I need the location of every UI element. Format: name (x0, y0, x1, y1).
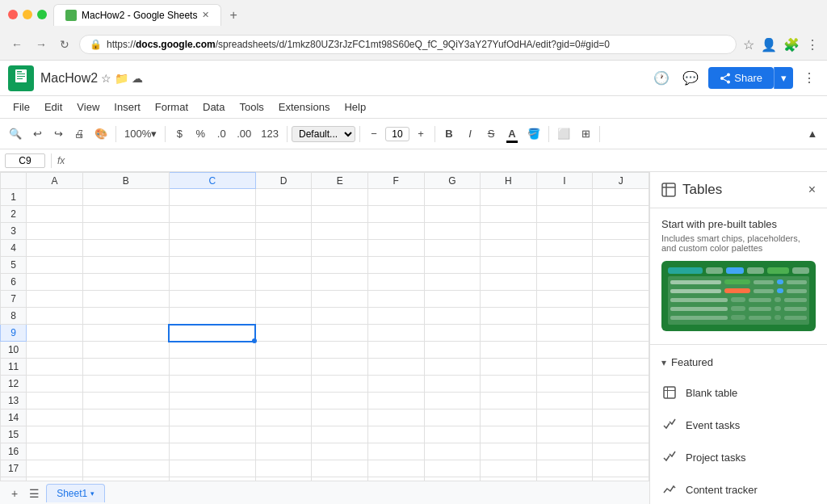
cell-a5[interactable] (27, 257, 83, 274)
cell-g16[interactable] (424, 443, 481, 460)
bold-btn[interactable]: B (439, 124, 459, 145)
row-header-4[interactable]: 4 (1, 240, 27, 257)
cell-d14[interactable] (255, 410, 312, 426)
row-header-7[interactable]: 7 (1, 291, 27, 308)
forward-button[interactable]: → (32, 36, 50, 52)
cell-j7[interactable] (593, 291, 649, 308)
redo-btn[interactable]: ↪ (48, 124, 68, 145)
sheet-tab-sheet1[interactable]: Sheet1 ▾ (46, 484, 105, 502)
cell-g15[interactable] (424, 426, 481, 443)
cell-b12[interactable] (82, 376, 169, 393)
row-header-8[interactable]: 8 (1, 308, 27, 325)
cell-a3[interactable] (27, 223, 83, 240)
cell-a2[interactable] (27, 206, 83, 223)
menu-tools[interactable]: Tools (233, 99, 270, 115)
featured-toggle-btn[interactable]: ▾ Featured (650, 348, 827, 376)
cell-d8[interactable] (255, 308, 312, 325)
share-button[interactable]: Share (708, 67, 774, 89)
sheet-menu-btn[interactable]: ☰ (24, 485, 44, 502)
cell-f5[interactable] (367, 257, 424, 274)
cell-d5[interactable] (255, 257, 312, 274)
cell-c16[interactable] (169, 443, 255, 460)
search-toolbar-btn[interactable]: 🔍 (5, 124, 26, 145)
cell-c7[interactable] (169, 291, 255, 308)
cell-c5[interactable] (169, 257, 255, 274)
cell-c2[interactable] (169, 206, 255, 223)
decimal-increase-btn[interactable]: .00 (233, 124, 255, 145)
cell-h15[interactable] (481, 426, 537, 443)
cell-d16[interactable] (255, 443, 312, 460)
cell-d17[interactable] (255, 460, 312, 477)
cell-c4[interactable] (169, 240, 255, 257)
cell-f7[interactable] (367, 291, 424, 308)
fill-color-btn[interactable]: 🪣 (523, 124, 544, 145)
star-icon[interactable]: ☆ (101, 72, 111, 85)
cell-e8[interactable] (312, 308, 368, 325)
cloud-icon[interactable]: ☁ (132, 72, 143, 85)
cell-e11[interactable] (312, 359, 368, 376)
cell-a8[interactable] (27, 308, 83, 325)
cell-c1[interactable] (169, 189, 255, 206)
cell-f17[interactable] (367, 460, 424, 477)
cell-i3[interactable] (536, 223, 593, 240)
cell-g8[interactable] (424, 308, 481, 325)
cell-h9[interactable] (481, 325, 537, 342)
cell-a11[interactable] (27, 359, 83, 376)
cell-f11[interactable] (367, 359, 424, 376)
cell-b5[interactable] (82, 257, 169, 274)
cell-b14[interactable] (82, 410, 169, 426)
row-header-2[interactable]: 2 (1, 206, 27, 223)
cell-a16[interactable] (27, 443, 83, 460)
zoom-btn[interactable]: 100% ▾ (120, 124, 161, 145)
cell-d10[interactable] (255, 342, 312, 359)
cell-j6[interactable] (593, 274, 649, 291)
strikethrough-btn[interactable]: S (481, 124, 501, 145)
cell-c13[interactable] (169, 393, 255, 410)
currency-btn[interactable]: $ (170, 124, 189, 145)
cell-d12[interactable] (255, 376, 312, 393)
sheet-tab-dropdown-icon[interactable]: ▾ (90, 489, 94, 498)
profile-button[interactable]: 👤 (761, 37, 777, 52)
cell-h18[interactable] (481, 477, 537, 481)
cell-j2[interactable] (593, 206, 649, 223)
cell-c9[interactable] (169, 325, 255, 342)
merge-btn[interactable]: ⊞ (576, 124, 595, 145)
cell-b9[interactable] (82, 325, 169, 342)
cell-e15[interactable] (312, 426, 368, 443)
cell-h13[interactable] (481, 393, 537, 410)
col-header-b[interactable]: B (82, 173, 169, 189)
cell-h6[interactable] (481, 274, 537, 291)
cell-b4[interactable] (82, 240, 169, 257)
cell-f10[interactable] (367, 342, 424, 359)
cell-e6[interactable] (312, 274, 368, 291)
cell-g12[interactable] (424, 376, 481, 393)
cell-j14[interactable] (593, 410, 649, 426)
cell-f9[interactable] (367, 325, 424, 342)
menu-view[interactable]: View (70, 99, 106, 115)
cell-j5[interactable] (593, 257, 649, 274)
cell-h2[interactable] (481, 206, 537, 223)
row-header-3[interactable]: 3 (1, 223, 27, 240)
project-tasks-item[interactable]: Project tasks (650, 441, 827, 473)
row-header-14[interactable]: 14 (1, 410, 27, 426)
row-header-13[interactable]: 13 (1, 393, 27, 410)
cell-a15[interactable] (27, 426, 83, 443)
italic-btn[interactable]: I (460, 124, 480, 145)
menu-insert[interactable]: Insert (107, 99, 147, 115)
row-header-15[interactable]: 15 (1, 426, 27, 443)
font-size-input[interactable]: 10 (385, 127, 409, 141)
cell-g17[interactable] (424, 460, 481, 477)
cell-i11[interactable] (536, 359, 593, 376)
cell-a6[interactable] (27, 274, 83, 291)
cell-g7[interactable] (424, 291, 481, 308)
cell-b15[interactable] (82, 426, 169, 443)
cell-f8[interactable] (367, 308, 424, 325)
cell-j1[interactable] (593, 189, 649, 206)
cell-d3[interactable] (255, 223, 312, 240)
cell-i14[interactable] (536, 410, 593, 426)
row-header-10[interactable]: 10 (1, 342, 27, 359)
cell-j13[interactable] (593, 393, 649, 410)
menu-extensions[interactable]: Extensions (272, 99, 337, 115)
cell-h8[interactable] (481, 308, 537, 325)
cell-f14[interactable] (367, 410, 424, 426)
